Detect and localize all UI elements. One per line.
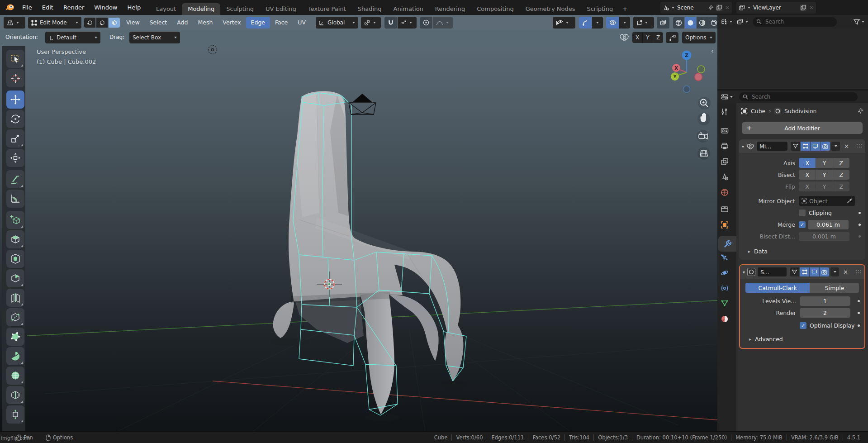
proportional-falloff-selector[interactable] (433, 17, 453, 29)
overlays-options-selector[interactable] (619, 17, 630, 29)
menu-window[interactable]: Window (89, 2, 122, 14)
new-scene-icon[interactable] (716, 5, 722, 11)
edge-select-mode-button[interactable] (96, 18, 108, 28)
workspace-tab-layout[interactable]: Layout (150, 3, 182, 15)
outliner-display-mode-button[interactable] (737, 19, 748, 25)
smooth-tool[interactable] (6, 367, 24, 385)
workspace-tab-texture-paint[interactable]: Texture Paint (302, 3, 352, 15)
blender-logo-icon[interactable] (5, 2, 15, 13)
tab-world[interactable] (721, 188, 729, 198)
extrude-region-tool[interactable] (6, 230, 24, 248)
editor-type-button[interactable] (4, 17, 25, 29)
camera-view-icon[interactable] (697, 130, 709, 143)
outliner-filter-button[interactable] (854, 19, 864, 25)
edge-slide-tool[interactable] (6, 386, 24, 404)
face-select-mode-button[interactable] (109, 18, 120, 28)
uv-menu[interactable]: UV (293, 17, 311, 29)
vertex-menu[interactable]: Vertex (218, 17, 246, 29)
collapse-arrow-icon[interactable]: ▾ (743, 270, 745, 275)
tab-scene[interactable] (721, 173, 729, 182)
drag-handle-icon[interactable] (855, 270, 862, 274)
inset-faces-tool[interactable] (6, 250, 24, 268)
outliner-search-input[interactable] (764, 18, 821, 25)
mirror-flip-y-button[interactable]: Y (816, 181, 833, 191)
scene-3d-model[interactable]: Z X Y (0, 45, 717, 431)
clipping-checkbox[interactable] (799, 210, 806, 216)
tweak-select-tool[interactable] (6, 50, 24, 68)
object-visibility-selector[interactable] (553, 17, 575, 29)
loop-cut-tool[interactable] (6, 289, 24, 307)
zoom-control-icon[interactable] (698, 97, 711, 110)
sidebar-collapse-arrow[interactable]: ‹ (711, 47, 714, 55)
vertex-select-mode-button[interactable] (84, 18, 95, 28)
workspace-tab-sculpting[interactable]: Sculpting (220, 3, 260, 15)
bevel-tool[interactable] (6, 269, 24, 287)
subdivision-show-in-viewport-toggle[interactable] (810, 267, 819, 276)
workspace-tab-geometry-nodes[interactable]: Geometry Nodes (520, 3, 581, 15)
tab-render[interactable] (721, 127, 729, 136)
breadcrumb-modifier[interactable]: Subdivision (784, 108, 817, 114)
tab-object-data[interactable] (721, 300, 729, 308)
workspace-tab-modeling[interactable]: Modeling (182, 3, 220, 15)
mirror-axis-y-button[interactable]: Y (816, 158, 833, 168)
add-menu[interactable]: Add (172, 17, 193, 29)
mirror-bisect-x-button[interactable]: X (799, 170, 816, 180)
mirror-y-toggle[interactable]: Y (643, 32, 653, 43)
workspace-tab-uv-editing[interactable]: UV Editing (260, 3, 302, 15)
merge-value-field[interactable]: 0.061 m (808, 220, 849, 229)
subdivision-show-on-cage-toggle[interactable] (790, 267, 799, 276)
mirror-show-in-edit-mode-toggle[interactable] (801, 142, 810, 151)
mirror-x-toggle[interactable]: X (632, 32, 643, 43)
menu-file[interactable]: File (17, 2, 37, 14)
shading-solid-button[interactable] (685, 17, 696, 29)
view-menu[interactable]: View (121, 17, 145, 29)
face-menu[interactable]: Face (270, 17, 293, 29)
workspace-tab-shading[interactable]: Shading (352, 3, 388, 15)
menu-help[interactable]: Help (123, 2, 146, 14)
optimal-display-checkbox[interactable]: ✓ (800, 322, 806, 329)
show-gizmo-button[interactable] (579, 17, 592, 29)
mirror-axis-x-button[interactable]: X (799, 158, 816, 168)
bisect-distance-field[interactable]: 0.001 m (799, 232, 849, 241)
tab-physics[interactable] (721, 269, 729, 278)
light-object[interactable] (209, 46, 217, 54)
snap-toggle-button[interactable] (384, 17, 397, 29)
simple-button[interactable]: Simple (810, 283, 859, 293)
shrink-fatten-tool[interactable] (6, 405, 24, 424)
poly-build-tool[interactable] (6, 328, 24, 346)
view-layer-selector[interactable]: ViewLayer ✕ (736, 2, 816, 14)
pin-icon[interactable] (708, 5, 713, 10)
edge-menu[interactable]: Edge (246, 17, 270, 29)
orthographic-toggle-icon[interactable] (697, 147, 710, 160)
proportional-editing-button[interactable] (420, 17, 432, 29)
select-menu[interactable]: Select (145, 17, 172, 29)
scale-tool[interactable] (6, 129, 24, 148)
mirror-extras-dropdown[interactable] (831, 142, 840, 151)
shading-material-button[interactable] (697, 17, 708, 29)
tab-material[interactable] (721, 315, 729, 324)
mirror-object-field[interactable]: Object (799, 196, 855, 206)
workspace-tab-rendering[interactable]: Rendering (429, 3, 471, 15)
tab-view-layer[interactable] (721, 157, 729, 167)
outliner-search-field[interactable] (753, 17, 837, 27)
workspace-tab-compositing[interactable]: Compositing (471, 3, 520, 15)
merge-checkbox[interactable]: ✓ (799, 221, 806, 228)
pivot-point-selector[interactable] (361, 17, 381, 29)
mirror-z-toggle[interactable]: Z (653, 32, 663, 43)
mirror-bisect-y-button[interactable]: Y (816, 170, 833, 180)
orientation-dropdown[interactable]: Default (45, 32, 100, 43)
subdivision-close-button[interactable]: ✕ (843, 269, 848, 276)
navigation-gizmo[interactable]: Z X Y (671, 51, 705, 93)
eyedropper-icon[interactable] (847, 198, 852, 204)
subdivision-modifier-header[interactable]: ▾ S... ✕ (740, 265, 864, 279)
move-tool[interactable] (6, 91, 24, 109)
mirror-close-button[interactable]: ✕ (844, 143, 849, 150)
subdivision-advanced-section[interactable]: ▸ Advanced (741, 333, 861, 344)
workspace-tab-scripting[interactable]: Scripting (581, 3, 619, 15)
mirror-show-in-viewport-toggle[interactable] (811, 142, 820, 151)
tab-collection-props[interactable] (721, 205, 729, 214)
mirror-show-in-render-toggle[interactable] (821, 142, 830, 151)
mode-selector[interactable]: Edit Mode (28, 17, 81, 29)
subdivision-show-in-edit-mode-toggle[interactable] (800, 267, 809, 276)
tab-tool[interactable] (721, 108, 729, 117)
